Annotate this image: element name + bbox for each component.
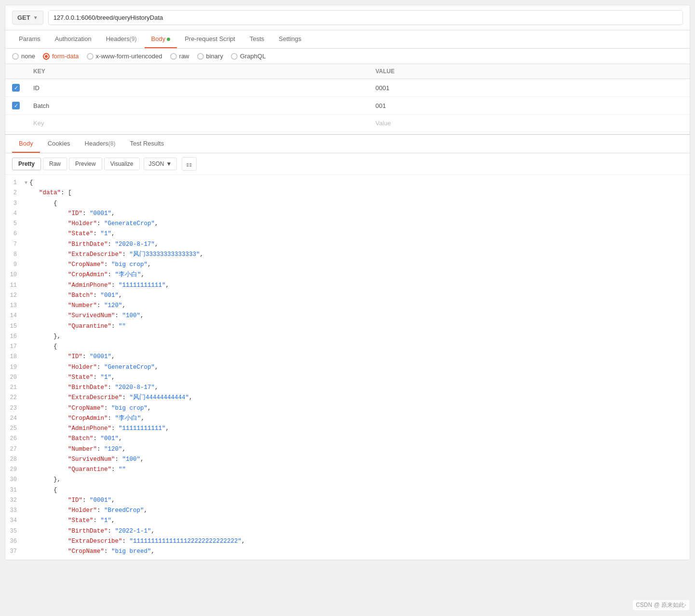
row1-check-cell: ✓ [5, 79, 27, 97]
code-line-19: 19 "Holder": "GenerateCrop", [5, 362, 690, 373]
resp-tab-headers[interactable]: Headers(8) [78, 135, 122, 153]
table-row: ✓ ID 0001 [5, 79, 690, 97]
method-label: GET [17, 14, 30, 21]
response-tabs: Body Cookies Headers(8) Test Results [5, 134, 690, 153]
body-type-raw[interactable]: raw [170, 53, 189, 60]
code-line-12: 12 "Batch": "001", [5, 291, 690, 301]
code-line-6: 6 "State": "1", [5, 229, 690, 239]
col-key: KEY [27, 64, 369, 79]
code-line-29: 29 "Quarantine": "" [5, 465, 690, 475]
filter-icon: ⚏ [186, 160, 192, 168]
code-line-16: 16 }, [5, 332, 690, 342]
resp-tab-test-results[interactable]: Test Results [123, 135, 171, 153]
code-line-28: 28 "SurvivedNum": "100", [5, 455, 690, 465]
code-line-10: 10 "CropAdmin": "李小白", [5, 270, 690, 280]
row2-checkbox[interactable]: ✓ [12, 102, 20, 109]
kv-table: KEY VALUE ✓ ID 0001 ✓ B [5, 64, 690, 132]
tab-authorization[interactable]: Authorization [48, 30, 98, 48]
resp-tab-cookies[interactable]: Cookies [41, 135, 77, 153]
code-line-32: 32 "ID": "0001", [5, 495, 690, 506]
code-line-13: 13 "Number": "120", [5, 301, 690, 311]
radio-none [12, 53, 19, 60]
code-line-22: 22 "ExtraDescribe": "风门44444444444", [5, 393, 690, 403]
code-line-31: 31 { [5, 485, 690, 495]
format-raw-btn[interactable]: Raw [43, 158, 67, 170]
body-type-urlencoded[interactable]: x-www-form-urlencoded [87, 53, 162, 60]
code-line-33: 33 "Holder": "BreedCrop", [5, 506, 690, 516]
code-line-36: 36 "ExtraDescribe": "1111111111111112222… [5, 536, 690, 547]
body-active-dot [167, 38, 170, 41]
col-check [5, 64, 27, 79]
chevron-down-icon: ▼ [166, 161, 172, 167]
tab-params[interactable]: Params [12, 30, 47, 48]
resp-tab-body[interactable]: Body [12, 135, 40, 153]
radio-raw [170, 53, 177, 60]
tab-body[interactable]: Body [145, 30, 177, 48]
code-line-17: 17 { [5, 342, 690, 352]
code-line-7: 7 "BirthDate": "2020-8-17", [5, 240, 690, 250]
url-input[interactable] [48, 10, 683, 25]
row1-key: ID [33, 84, 40, 92]
col-value: VALUE [369, 64, 690, 79]
code-line-27: 27 "Number": "120", [5, 444, 690, 455]
format-visualize-btn[interactable]: Visualize [104, 158, 140, 170]
body-type-graphql[interactable]: GraphQL [231, 53, 266, 60]
row3-value-placeholder: Value [375, 120, 391, 127]
row2-check-cell: ✓ [5, 97, 27, 115]
code-line-2: 2 "data": [ [5, 188, 690, 198]
code-line-23: 23 "CropName": "big crop", [5, 403, 690, 414]
row3-check-cell [5, 115, 27, 132]
body-type-form-data[interactable]: form-data [43, 53, 79, 60]
body-type-row: none form-data x-www-form-urlencoded raw… [5, 49, 690, 64]
filter-icon-btn[interactable]: ⚏ [182, 157, 197, 171]
url-bar: GET ▼ [5, 5, 690, 30]
row1-checkbox[interactable]: ✓ [12, 84, 20, 92]
row2-key-cell: Batch [27, 97, 369, 115]
code-line-4: 4 "ID": "0001", [5, 209, 690, 219]
table-row-empty: Key Value [5, 115, 690, 132]
row3-key-cell[interactable]: Key [27, 115, 369, 132]
code-line-3: 3 { [5, 199, 690, 209]
json-format-selector[interactable]: JSON ▼ [144, 158, 177, 170]
row3-key-placeholder: Key [33, 120, 44, 127]
table-row: ✓ Batch 001 [5, 97, 690, 115]
code-line-1: 1 ▼{ [5, 178, 690, 188]
radio-form-data [43, 53, 50, 60]
row1-value: 0001 [375, 84, 389, 92]
code-line-8: 8 "ExtraDescribe": "风门33333333333333", [5, 250, 690, 260]
row1-value-cell: 0001 [369, 79, 690, 97]
code-line-18: 18 "ID": "0001", [5, 352, 690, 362]
tab-settings[interactable]: Settings [272, 30, 308, 48]
code-line-5: 5 "Holder": "GenerateCrop", [5, 219, 690, 229]
code-line-26: 26 "Batch": "001", [5, 434, 690, 444]
code-line-30: 30 }, [5, 475, 690, 485]
code-line-20: 20 "State": "1", [5, 373, 690, 383]
method-selector[interactable]: GET ▼ [12, 11, 43, 25]
format-row: Pretty Raw Preview Visualize JSON ▼ ⚏ [5, 153, 690, 175]
radio-graphql [231, 53, 238, 60]
code-line-35: 35 "BirthDate": "2022-1-1", [5, 526, 690, 536]
code-line-15: 15 "Quarantine": "" [5, 321, 690, 332]
request-tabs: Params Authorization Headers(9) Body Pre… [5, 30, 690, 49]
tab-headers[interactable]: Headers(9) [99, 30, 144, 48]
code-line-14: 14 "SurvivedNum": "100", [5, 311, 690, 321]
code-line-11: 11 "AdminPhone": "11111111111", [5, 281, 690, 291]
body-type-binary[interactable]: binary [197, 53, 223, 60]
row2-key: Batch [33, 102, 49, 109]
tab-tests[interactable]: Tests [243, 30, 271, 48]
row3-value-cell[interactable]: Value [369, 115, 690, 132]
expand-icon: ▼ [25, 180, 27, 186]
tab-pre-request-script[interactable]: Pre-request Script [178, 30, 242, 48]
format-pretty-btn[interactable]: Pretty [12, 158, 41, 170]
format-preview-btn[interactable]: Preview [69, 158, 102, 170]
code-line-25: 25 "AdminPhone": "11111111111", [5, 424, 690, 434]
code-line-9: 9 "CropName": "big crop", [5, 260, 690, 270]
body-type-none[interactable]: none [12, 53, 35, 60]
chevron-down-icon: ▼ [33, 15, 38, 20]
row2-value: 001 [375, 102, 386, 109]
radio-binary [197, 53, 204, 60]
code-line-21: 21 "BirthDate": "2020-8-17", [5, 383, 690, 393]
api-client-panel: GET ▼ Params Authorization Headers(9) Bo… [5, 5, 690, 560]
code-line-37: 37 "CropName": "big breed", [5, 547, 690, 557]
row2-value-cell: 001 [369, 97, 690, 115]
